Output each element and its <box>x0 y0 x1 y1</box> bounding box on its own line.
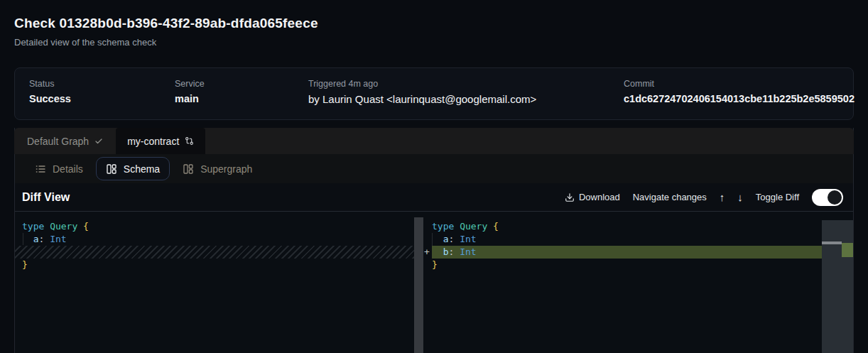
left-editor-scrollbar[interactable] <box>414 217 423 353</box>
diff-controls: Download Navigate changes ↑ ↓ Toggle Dif… <box>565 189 843 206</box>
triggered-value: by Laurin Quast <laurinquast@googlemail.… <box>308 93 536 105</box>
download-icon <box>565 192 575 202</box>
diff-filler-line <box>15 246 414 259</box>
code-line: a: Int <box>22 233 414 246</box>
commit-column: Commit c1dc62724702406154013cbe11b225b2e… <box>624 79 855 104</box>
status-value: Success <box>29 93 71 104</box>
view-tab-bar: Details Schema Supergraph <box>15 154 853 183</box>
tab-default-graph-label: Default Graph <box>27 136 89 147</box>
split-panel-icon <box>106 163 117 175</box>
page-subtitle: Detailed view of the schema check <box>14 37 156 48</box>
check-workspace: Default Graph my-contract Details Schema <box>14 128 854 353</box>
code-line: a: Int <box>432 233 822 246</box>
list-bullet-icon <box>35 163 46 175</box>
diff-editor-original[interactable]: type Query { a: Int} <box>15 212 423 353</box>
diff-added-marker <box>842 243 853 257</box>
status-column: Status Success <box>29 79 71 104</box>
scrollbar-thumb <box>822 241 842 244</box>
navigate-changes-label: Navigate changes <box>633 192 707 202</box>
code-line: } <box>432 259 822 271</box>
page-title: Check 01328b0d-b396-43f2-89ab-dfda065fee… <box>14 16 318 31</box>
split-panel-icon <box>183 163 194 175</box>
commit-label: Commit <box>624 79 855 89</box>
arrow-up-icon: ↑ <box>720 191 725 203</box>
right-editor-scrollbar[interactable] <box>822 220 853 353</box>
code-line: type Query { <box>432 220 822 233</box>
git-compare-icon <box>185 136 194 146</box>
navigate-changes-button[interactable]: Navigate changes <box>633 192 707 202</box>
diff-view-title: Diff View <box>22 191 70 204</box>
download-label: Download <box>579 192 620 202</box>
tab-details[interactable]: Details <box>26 157 92 180</box>
service-column: Service main <box>175 79 205 104</box>
code-line: type Query { <box>22 220 414 233</box>
service-label: Service <box>175 79 205 89</box>
code-line-added: + b: Int <box>432 246 822 259</box>
status-label: Status <box>29 79 71 89</box>
diff-header: Diff View Download Navigate changes ↑ ↓ … <box>15 183 853 212</box>
toggle-diff-label: Toggle Diff <box>756 192 799 202</box>
check-icon <box>94 137 103 146</box>
toggle-diff-switch[interactable] <box>812 189 843 206</box>
tab-schema-label: Schema <box>124 163 160 175</box>
tab-my-contract-label: my-contract <box>127 136 179 147</box>
commit-value: c1dc62724702406154013cbe11b225b2e5859502 <box>624 93 855 104</box>
diff-editor-modified[interactable]: type Query { a: Int+ b: Int} <box>423 212 853 353</box>
check-summary-card: Status Success Service main Triggered 4m… <box>14 67 854 120</box>
toggle-diff-knob <box>828 190 842 205</box>
graph-tab-bar: Default Graph my-contract <box>14 128 854 154</box>
tab-supergraph-label: Supergraph <box>200 163 252 175</box>
download-button[interactable]: Download <box>565 192 620 202</box>
previous-change-button[interactable]: ↑ <box>720 191 725 203</box>
tab-supergraph[interactable]: Supergraph <box>173 157 261 180</box>
service-value: main <box>175 93 205 104</box>
diff-editors: type Query { a: Int} type Query { a: Int… <box>15 212 853 353</box>
tab-schema[interactable]: Schema <box>96 157 170 180</box>
triggered-column: Triggered 4m ago by Laurin Quast <laurin… <box>308 79 536 105</box>
tab-my-contract[interactable]: my-contract <box>116 128 205 154</box>
tab-default-graph[interactable]: Default Graph <box>14 128 116 154</box>
code-line: } <box>22 259 414 271</box>
triggered-label: Triggered 4m ago <box>308 79 536 89</box>
added-line-gutter: + <box>424 246 430 259</box>
arrow-down-icon: ↓ <box>737 191 743 203</box>
next-change-button[interactable]: ↓ <box>737 191 743 203</box>
tab-details-label: Details <box>53 163 83 175</box>
